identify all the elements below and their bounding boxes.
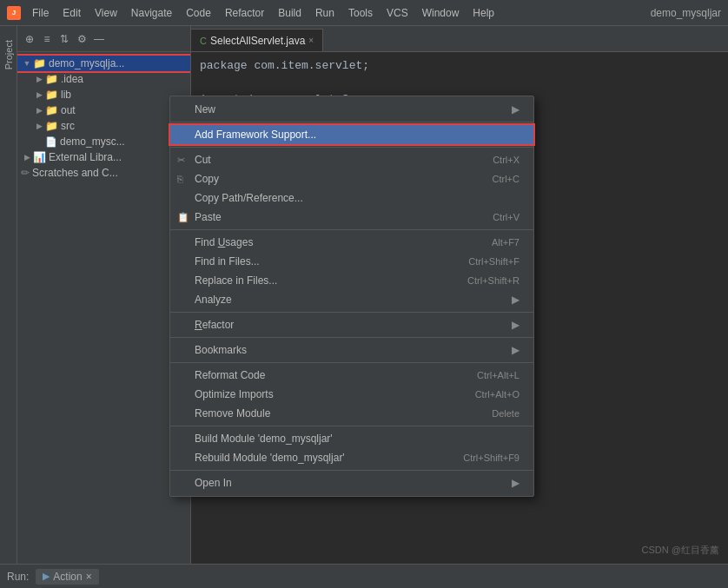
ctx-separator	[170, 337, 533, 338]
ctx-shortcut-cut: Ctrl+X	[493, 155, 520, 165]
ctx-item-remove-module[interactable]: Remove Module Delete	[170, 404, 533, 423]
run-action-close[interactable]: ×	[86, 571, 92, 583]
project-panel: ⊕ ≡ ⇅ ⚙ — ▼ 📁 demo_mysqlja... ▶ 📁 .idea	[17, 26, 191, 564]
menu-item-edit[interactable]: Edit	[56, 5, 87, 21]
tree-item-lib[interactable]: ▶ 📁 lib	[17, 87, 190, 102]
toolbar-icon-collapse[interactable]: ≡	[40, 32, 54, 46]
ctx-separator	[170, 470, 533, 471]
ctx-separator	[170, 122, 533, 122]
ctx-label-new: New	[195, 103, 215, 116]
ctx-separator	[170, 229, 533, 230]
ctx-shortcut-replace-files: Ctrl+Shift+R	[467, 275, 520, 286]
menu-item-refactor[interactable]: Refactor	[219, 5, 270, 21]
side-tab-label[interactable]: Project	[2, 35, 16, 75]
ctx-item-refactor[interactable]: Refactor ▶	[170, 315, 533, 334]
ctx-item-new[interactable]: New ▶	[170, 100, 533, 119]
tab-close-icon[interactable]: ×	[308, 36, 314, 45]
run-action-icon: ▶	[43, 571, 50, 582]
bottom-bar: Run: ▶ Action ×	[0, 564, 728, 588]
ctx-item-copy[interactable]: ⎘ Copy Ctrl+C	[170, 169, 533, 188]
tree-label-out: out	[61, 104, 76, 116]
tree-label-lib: lib	[61, 89, 71, 101]
tree-item-demo-file[interactable]: 📄 demo_mysc...	[17, 134, 190, 149]
ctx-shortcut-reformat: Ctrl+Alt+L	[477, 370, 520, 380]
menu-item-file[interactable]: File	[26, 5, 55, 21]
tree-item-external[interactable]: ▶ 📊 External Libra...	[17, 149, 190, 165]
ctx-item-open-in[interactable]: Open In ▶	[170, 473, 533, 492]
menu-item-view[interactable]: View	[89, 5, 123, 21]
tree-item-src[interactable]: ▶ 📁 src	[17, 118, 190, 134]
ctx-item-find-files[interactable]: Find in Files... Ctrl+Shift+F	[170, 252, 533, 271]
tab-select-all-servlet[interactable]: C SelectAllServlet.java ×	[191, 29, 323, 51]
tree-item-out[interactable]: ▶ 📁 out	[17, 102, 190, 118]
ctx-item-find-usages[interactable]: Find Usages Alt+F7	[170, 233, 533, 252]
ctx-label-remove-module: Remove Module	[195, 407, 270, 420]
menu-item-run[interactable]: Run	[309, 5, 341, 21]
menu-item-tools[interactable]: Tools	[342, 5, 379, 21]
window-title: demo_mysqljar	[651, 7, 721, 19]
toolbar-icon-arrows[interactable]: ⇅	[57, 32, 71, 46]
tree-item-idea[interactable]: ▶ 📁 .idea	[17, 71, 190, 87]
toolbar-icon-add[interactable]: ⊕	[23, 32, 36, 46]
ctx-label-find-files: Find in Files...	[195, 255, 260, 268]
ctx-label-copy-path: Copy Path/Reference...	[195, 192, 303, 204]
ctx-label-reformat: Reformat Code	[195, 369, 265, 381]
tab-label: SelectAllServlet.java	[210, 35, 305, 47]
tree-label-demo-file: demo_mysc...	[60, 135, 125, 148]
run-action-button[interactable]: ▶ Action ×	[36, 569, 98, 585]
ctx-item-optimize[interactable]: Optimize Imports Ctrl+Alt+O	[170, 385, 533, 404]
code-line: package com.item.servlet;	[200, 57, 719, 75]
ctx-item-bookmarks[interactable]: Bookmarks ▶	[170, 340, 533, 360]
watermark: CSDN @红目香薰	[642, 544, 719, 557]
menu-item-vcs[interactable]: VCS	[381, 5, 414, 21]
ctx-label-add-framework: Add Framework Support...	[195, 129, 316, 141]
ctx-item-reformat[interactable]: Reformat Code Ctrl+Alt+L	[170, 366, 533, 385]
menu-item-window[interactable]: Window	[416, 5, 466, 21]
ctx-shortcut-rebuild: Ctrl+Shift+F9	[463, 453, 520, 463]
ctx-shortcut-optimize: Ctrl+Alt+O	[475, 389, 520, 400]
menu-item-help[interactable]: Help	[467, 5, 500, 21]
ctx-label-analyze: Analyze	[195, 294, 232, 306]
ctx-label-cut: Cut	[195, 154, 211, 166]
app-logo: J	[7, 6, 21, 20]
ctx-label-build-module: Build Module 'demo_mysqljar'	[195, 433, 333, 445]
ctx-shortcut-find-files: Ctrl+Shift+F	[468, 256, 520, 267]
context-menu: New ▶ Add Framework Support... ✂ Cut Ctr…	[169, 96, 534, 497]
title-bar: J FileEditViewNavigateCodeRefactorBuildR…	[0, 0, 728, 26]
editor-tabs: C SelectAllServlet.java ×	[191, 26, 728, 52]
ctx-shortcut-find-usages: Alt+F7	[492, 237, 520, 248]
ctx-label-optimize: Optimize Imports	[195, 388, 274, 400]
menu-item-build[interactable]: Build	[272, 5, 308, 21]
ctx-label-rebuild-module: Rebuild Module 'demo_mysqljar'	[195, 452, 345, 464]
project-tree: ▼ 📁 demo_mysqlja... ▶ 📁 .idea ▶ 📁 lib	[17, 52, 190, 564]
cut-icon: ✂	[177, 155, 185, 166]
ctx-shortcut-copy: Ctrl+C	[493, 174, 520, 184]
toolbar-icon-settings[interactable]: ⚙	[75, 32, 89, 46]
run-action-label: Action	[53, 571, 82, 583]
menu-bar: FileEditViewNavigateCodeRefactorBuildRun…	[26, 5, 500, 21]
ctx-label-refactor: Refactor	[195, 319, 234, 331]
ctx-item-paste[interactable]: 📋 Paste Ctrl+V	[170, 208, 533, 227]
tree-item-scratches[interactable]: ✏ Scratches and C...	[17, 165, 190, 181]
toolbar-icon-minimize[interactable]: —	[92, 32, 106, 46]
ctx-item-cut[interactable]: ✂ Cut Ctrl+X	[170, 150, 533, 169]
tree-item-root[interactable]: ▼ 📁 demo_mysqlja...	[17, 56, 190, 71]
menu-item-code[interactable]: Code	[180, 5, 217, 21]
ctx-item-add-framework[interactable]: Add Framework Support...	[170, 125, 533, 144]
ctx-separator	[170, 426, 533, 426]
ctx-item-rebuild-module[interactable]: Rebuild Module 'demo_mysqljar' Ctrl+Shif…	[170, 448, 533, 467]
side-tab-project[interactable]: Project	[0, 26, 17, 564]
ctx-separator	[170, 362, 533, 363]
ctx-item-replace-files[interactable]: Replace in Files... Ctrl+Shift+R	[170, 271, 533, 290]
menu-item-navigate[interactable]: Navigate	[125, 5, 178, 21]
ctx-label-paste: Paste	[195, 211, 222, 223]
project-toolbar: ⊕ ≡ ⇅ ⚙ —	[17, 26, 190, 52]
ctx-item-copy-path[interactable]: Copy Path/Reference...	[170, 188, 533, 208]
ctx-item-analyze[interactable]: Analyze ▶	[170, 290, 533, 309]
tree-label-external: External Libra...	[49, 151, 122, 163]
ctx-shortcut-remove-module: Delete	[492, 408, 520, 419]
ctx-shortcut-paste: Ctrl+V	[493, 212, 520, 222]
run-label: Run:	[7, 571, 29, 583]
ctx-label-replace-files: Replace in Files...	[195, 274, 277, 287]
ctx-item-build-module[interactable]: Build Module 'demo_mysqljar'	[170, 429, 533, 448]
